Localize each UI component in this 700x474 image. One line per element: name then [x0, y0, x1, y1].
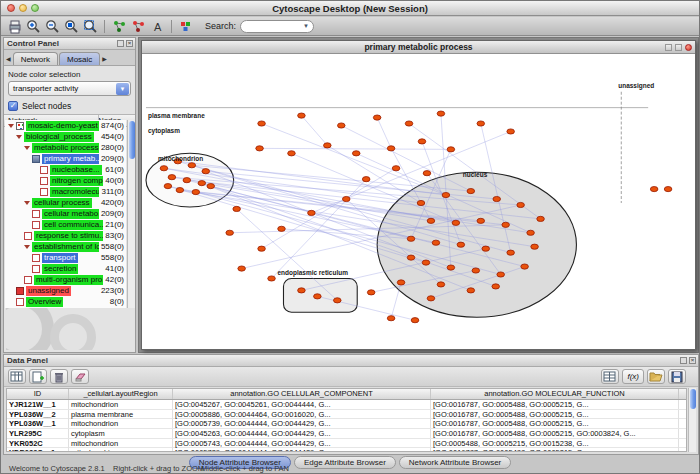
node[interactable]: [650, 187, 658, 192]
tree-item[interactable]: secretion41(0): [5, 263, 126, 274]
tab-mosaic[interactable]: Mosaic: [59, 52, 100, 65]
node[interactable]: [258, 246, 266, 251]
expand-arrow-icon[interactable]: [16, 135, 22, 139]
node[interactable]: [407, 255, 415, 260]
expand-arrow-icon[interactable]: [8, 124, 14, 128]
first-neighbors-icon[interactable]: [110, 18, 128, 35]
close-panel-icon[interactable]: ×: [689, 357, 696, 364]
create-attribute-icon[interactable]: [29, 369, 47, 384]
node[interactable]: [492, 284, 500, 289]
node[interactable]: [334, 298, 342, 303]
table-cell[interactable]: [GO:0005739, GO:0044444, GO:0044429, G..…: [173, 419, 431, 428]
table-cell[interactable]: YPL036W__1: [7, 419, 69, 428]
node[interactable]: [392, 166, 400, 171]
node[interactable]: [192, 189, 200, 194]
node[interactable]: [467, 188, 475, 193]
table-cell[interactable]: [GO:0005886, GO:0044464, GO:0016020, G..…: [173, 410, 431, 419]
node[interactable]: [427, 218, 435, 223]
tree-item[interactable]: transport558(0): [5, 252, 126, 263]
float-panel-icon[interactable]: [680, 357, 687, 364]
table-cell[interactable]: [GO:0045263, GO:0044444, GO:0044429, G..…: [173, 429, 431, 438]
network-frame-titlebar[interactable]: primary metabolic process: [142, 41, 695, 54]
table-cell[interactable]: cytoplasm: [69, 429, 173, 438]
table-cell[interactable]: mitochondrion: [69, 400, 173, 409]
node[interactable]: [477, 121, 485, 126]
table-cell[interactable]: [GO:0005739, GO:0044444, GO:0044429, G..…: [173, 448, 431, 452]
table-cell[interactable]: YPL036W__2: [7, 410, 69, 419]
node[interactable]: [387, 146, 395, 151]
node[interactable]: [337, 123, 345, 128]
tree-item[interactable]: multi-organism pro...42(0): [5, 274, 126, 285]
float-panel-icon[interactable]: [117, 40, 124, 47]
tree-item[interactable]: Overview8(0): [5, 296, 126, 307]
table-cell[interactable]: [GO:0016787, GO:0005488, GO:0005215, G..…: [431, 400, 679, 409]
node[interactable]: [256, 146, 264, 151]
node[interactable]: [527, 230, 535, 235]
node[interactable]: [238, 266, 246, 271]
zoom-selected-icon[interactable]: [62, 18, 80, 35]
node[interactable]: [298, 288, 306, 293]
table-row[interactable]: YPL036W__1mitochondrion[GO:0005739, GO:0…: [7, 419, 686, 429]
node[interactable]: [160, 166, 168, 171]
table-row[interactable]: YLR295Ccytoplasm[GO:0045263, GO:0044444,…: [7, 429, 686, 439]
node[interactable]: [373, 115, 381, 120]
tree-item[interactable]: unassigned223(0): [5, 285, 126, 296]
node[interactable]: [314, 294, 322, 299]
select-nodes-checkbox[interactable]: ✓: [8, 101, 18, 111]
table-cell[interactable]: plasma membrane: [69, 410, 173, 419]
column-header[interactable]: _cellularLayoutRegion: [69, 389, 173, 399]
expand-arrow-icon[interactable]: [24, 201, 30, 205]
table-cell[interactable]: YDR039C__1: [7, 448, 69, 452]
node[interactable]: [188, 163, 196, 168]
node[interactable]: [268, 276, 276, 281]
column-header[interactable]: ID: [7, 389, 69, 399]
network-canvas[interactable]: plasma membranecytoplasmmitochondrionnuc…: [142, 54, 695, 349]
formula-builder-button[interactable]: f(x): [622, 369, 644, 384]
node[interactable]: [168, 175, 176, 180]
node[interactable]: [397, 280, 405, 285]
node[interactable]: [442, 192, 450, 197]
edge[interactable]: [341, 126, 471, 192]
node[interactable]: [342, 196, 350, 201]
table-cell[interactable]: [GO:0016787, GO:0005488, GO:0005215, G..…: [431, 419, 679, 428]
search-dropdown-icon[interactable]: ▼: [303, 23, 313, 29]
node[interactable]: [367, 290, 375, 295]
node[interactable]: [423, 171, 431, 176]
node[interactable]: [352, 151, 360, 156]
edge[interactable]: [260, 148, 451, 149]
table-cell[interactable]: [GO:0005488, GO:0005215, GO:0015238, G..…: [431, 439, 679, 448]
table-row[interactable]: YDR039C__1mitochondrion[GO:0005739, GO:0…: [7, 448, 686, 452]
edge[interactable]: [301, 116, 327, 146]
column-header[interactable]: annotation.GO MOLECULAR_FUNCTION: [431, 389, 679, 399]
new-network-from-selection-icon[interactable]: [129, 18, 147, 35]
table-cell[interactable]: [GO:0005743, GO:0044444, GO:0044429, G..…: [173, 439, 431, 448]
table-cell[interactable]: [GO:0016787, GO:0005488, GO:0005215, GO:…: [431, 429, 679, 438]
node[interactable]: [507, 250, 515, 255]
table-grid-icon[interactable]: [601, 369, 619, 384]
node[interactable]: [537, 216, 545, 221]
node[interactable]: [183, 178, 191, 183]
tree-item[interactable]: metabolic process280(0): [5, 142, 126, 153]
export-table-icon[interactable]: [668, 369, 686, 384]
tree-item[interactable]: biological_process454(0): [5, 131, 126, 142]
edge[interactable]: [377, 118, 391, 149]
node[interactable]: [432, 240, 440, 245]
node[interactable]: [427, 296, 435, 301]
tree-item[interactable]: mosaic-demo-yeast874(0): [5, 120, 126, 131]
node[interactable]: [452, 220, 460, 225]
frame-close-icon[interactable]: [685, 44, 692, 51]
table-cell[interactable]: [GO:0045267, GO:0045261, GO:0044444, G..…: [173, 400, 431, 409]
frame-minimize-icon[interactable]: [665, 44, 672, 51]
node[interactable]: [288, 151, 296, 156]
node[interactable]: [437, 282, 445, 287]
window-titlebar[interactable]: Cytoscape Desktop (New Session): [1, 1, 699, 16]
table-row[interactable]: YJR121W__1mitochondrion[GO:0045267, GO:0…: [7, 400, 686, 410]
tree-item[interactable]: response to stimu...83(0): [5, 230, 126, 241]
node[interactable]: [477, 218, 485, 223]
node[interactable]: [467, 288, 475, 293]
node[interactable]: [531, 244, 539, 249]
tree-item[interactable]: nucleobase...61(0): [5, 164, 126, 175]
node[interactable]: [517, 202, 525, 207]
node[interactable]: [418, 139, 426, 144]
close-panel-icon[interactable]: ×: [126, 40, 133, 47]
